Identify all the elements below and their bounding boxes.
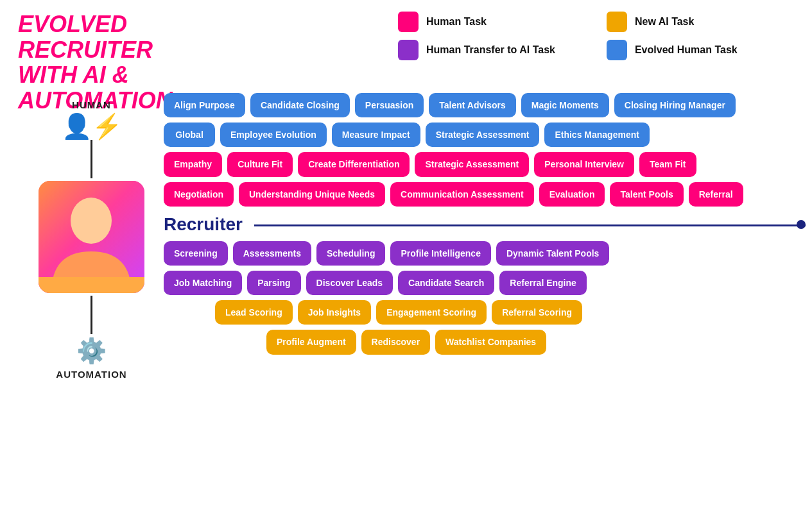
pill-engagement-scoring[interactable]: Engagement Scoring — [376, 300, 487, 325]
legend-label-evolved-human: Evolved Human Task — [635, 44, 738, 56]
pill-employee-evolution[interactable]: Employee Evolution — [220, 123, 327, 147]
legend-label-human-task: Human Task — [426, 16, 487, 28]
human-icon: 👤⚡ — [62, 114, 122, 139]
legend-label-new-ai-task: New AI Task — [635, 16, 694, 28]
pill-job-insights[interactable]: Job Insights — [298, 300, 371, 325]
task-row: ScreeningAssessmentsSchedulingProfile In… — [164, 241, 806, 266]
svg-point-0 — [71, 198, 112, 244]
pill-communication-assessment[interactable]: Communication Assessment — [390, 182, 534, 207]
pill-magic-moments[interactable]: Magic Moments — [521, 93, 609, 117]
automation-icon: ⚙️ — [76, 337, 107, 365]
pill-understanding-unique-needs[interactable]: Understanding Unique Needs — [239, 182, 385, 207]
pill-watchlist-companies[interactable]: Watchlist Companies — [435, 330, 546, 354]
connector-line-top — [91, 140, 92, 178]
legend-item-human-transfer: Human Transfer to AI Task — [398, 40, 555, 60]
pill-candidate-closing[interactable]: Candidate Closing — [250, 93, 350, 117]
recruiter-label: Recruiter — [164, 214, 254, 235]
pill-negotiation[interactable]: Negotiation — [164, 182, 234, 207]
recruiter-line — [164, 224, 806, 226]
pill-job-matching[interactable]: Job Matching — [164, 271, 242, 295]
pill-ethics-management[interactable]: Ethics Management — [544, 123, 649, 147]
pill-profile-intelligence[interactable]: Profile Intelligence — [390, 241, 490, 266]
task-row: Profile AugmentRediscoverWatchlist Compa… — [164, 330, 806, 354]
pill-scheduling[interactable]: Scheduling — [316, 241, 385, 266]
pill-profile-augment[interactable]: Profile Augment — [266, 330, 356, 354]
pill-personal-interview[interactable]: Personal Interview — [534, 152, 634, 176]
pill-culture-fit[interactable]: Culture Fit — [227, 152, 293, 176]
task-row: Job MatchingParsingDiscover LeadsCandida… — [164, 271, 806, 295]
task-row: EmpathyCulture FitCreate Differentiation… — [164, 152, 806, 176]
pill-empathy[interactable]: Empathy — [164, 152, 222, 176]
pill-measure-impact[interactable]: Measure Impact — [332, 123, 420, 147]
pill-lead-scoring[interactable]: Lead Scoring — [215, 300, 293, 325]
recruiter-endpoint — [797, 220, 806, 229]
pill-talent-pools[interactable]: Talent Pools — [610, 182, 683, 207]
pill-closing-hiring-manager[interactable]: Closing Hiring Manager — [614, 93, 736, 117]
legend-box-human-task — [398, 12, 419, 32]
pill-referral-engine[interactable]: Referral Engine — [499, 271, 586, 295]
recruiter-divider: Recruiter — [164, 214, 806, 235]
pill-team-fit[interactable]: Team Fit — [639, 152, 696, 176]
svg-rect-1 — [39, 277, 144, 293]
legend-box-evolved-human — [607, 40, 627, 60]
title-line1: EVOLVED RECRUITER — [18, 12, 223, 62]
pill-evaluation[interactable]: Evaluation — [539, 182, 605, 207]
legend-item-human-task: Human Task — [398, 12, 555, 32]
legend-item-new-ai-task: New AI Task — [607, 12, 738, 32]
pill-align-purpose[interactable]: Align Purpose — [164, 93, 245, 117]
person-photo — [39, 181, 144, 293]
pill-screening[interactable]: Screening — [164, 241, 228, 266]
task-row: NegotiationUnderstanding Unique NeedsCom… — [164, 182, 806, 207]
left-column: HUMAN 👤⚡ ⚙️ AUTOMATION — [39, 99, 144, 380]
pill-strategic-assessment[interactable]: Strategic Assessment — [426, 123, 540, 147]
pill-rediscover[interactable]: Rediscover — [361, 330, 430, 354]
legend-item-evolved-human: Evolved Human Task — [607, 40, 738, 60]
legend-box-new-ai-task — [607, 12, 627, 32]
pill-referral[interactable]: Referral — [689, 182, 743, 207]
connector-line-bottom — [91, 296, 92, 334]
pill-discover-leads[interactable]: Discover Leads — [306, 271, 393, 295]
legend-label-human-transfer: Human Transfer to AI Task — [426, 44, 555, 56]
pill-talent-advisors[interactable]: Talent Advisors — [429, 93, 515, 117]
legend: Human Task New AI Task Human Transfer to… — [398, 12, 738, 60]
pill-parsing[interactable]: Parsing — [247, 271, 300, 295]
human-label: HUMAN — [72, 99, 111, 110]
legend-box-human-transfer — [398, 40, 419, 60]
pill-persuasion[interactable]: Persuasion — [355, 93, 424, 117]
task-row: Align PurposeCandidate ClosingPersuasion… — [164, 93, 806, 117]
pill-candidate-search[interactable]: Candidate Search — [398, 271, 494, 295]
pill-strategic-assessment[interactable]: Strategic Assessment — [415, 152, 529, 176]
main-content: Align PurposeCandidate ClosingPersuasion… — [164, 93, 806, 360]
task-row: GlobalEmployee EvolutionMeasure ImpactSt… — [164, 123, 806, 147]
pill-assessments[interactable]: Assessments — [233, 241, 311, 266]
pill-global[interactable]: Global — [164, 123, 215, 147]
pill-referral-scoring[interactable]: Referral Scoring — [492, 300, 582, 325]
automation-label: AUTOMATION — [56, 369, 126, 380]
pill-create-differentiation[interactable]: Create Differentiation — [298, 152, 410, 176]
pill-dynamic-talent-pools[interactable]: Dynamic Talent Pools — [496, 241, 609, 266]
task-row: Lead ScoringJob InsightsEngagement Scori… — [164, 300, 806, 325]
